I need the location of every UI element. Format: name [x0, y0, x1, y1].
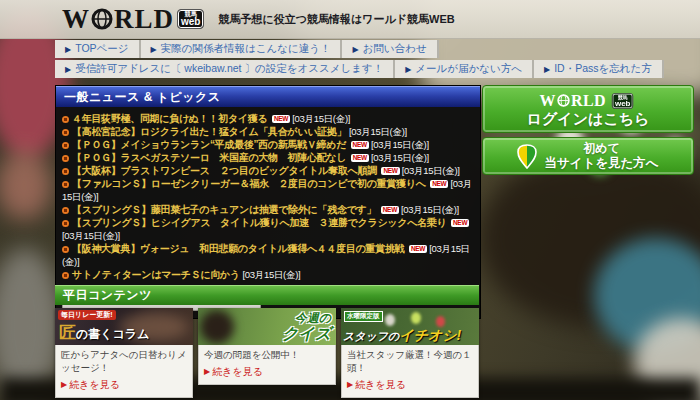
arrow-icon: ▶: [204, 367, 210, 376]
quiz-banner-title: 今週の クイズ: [282, 309, 331, 343]
logo-text-w: W: [62, 6, 90, 33]
news-item: サトノティターンはマーチＳに向かう [03月15日(金)]: [62, 268, 473, 281]
news-link[interactable]: 【大阪杯】ブラストワンピース ２つ目のビッグタイトル奪取へ順調: [72, 165, 377, 176]
card-description: 当社スタッフ厳選！今週の１頭！: [347, 349, 473, 375]
news-link[interactable]: 【スプリングＳ】ヒシイグアス タイトル獲りへ加速 ３連勝でクラシックへ名乗り: [72, 217, 446, 228]
arrow-icon: ▶: [151, 45, 157, 54]
logo-text-rld: RLD: [571, 93, 606, 109]
bullet-icon: [62, 116, 69, 123]
news-date: [03月15日(金)]: [402, 165, 460, 176]
bullet-icon: [62, 155, 69, 162]
bullet-icon: [62, 207, 69, 214]
nav-label: 受信許可アドレスに〔 wkeibaw.net 〕の設定をオススメします！: [75, 62, 383, 76]
read-more-label: 続きを見る: [355, 378, 406, 392]
nav-item-forgot-idpass[interactable]: ▶ ID・Passを忘れた方: [534, 60, 664, 78]
bullet-icon: [62, 246, 69, 253]
logo-text-w: W: [539, 93, 556, 109]
globe-icon: [91, 8, 113, 30]
takumi-column-banner-image[interactable]: 毎日リレー更新! 匠の書くコラム: [55, 308, 193, 345]
nav-label: ID・Passを忘れた方: [554, 62, 652, 76]
news-date: [03月15日(金)]: [349, 126, 407, 137]
nav-label: TOPページ: [75, 42, 128, 56]
news-date: [03月15日(金)]: [401, 204, 459, 215]
beginner-mark-icon: [517, 144, 537, 169]
card-description: 今週の問題を公開中！: [204, 349, 330, 362]
new-icon: NEW: [451, 219, 469, 227]
news-link[interactable]: 【スプリングＳ】藤田菜七子のキュアンは抽選で除外に「残念です」: [72, 204, 376, 215]
weekday-cards: 毎日リレー更新! 匠の書くコラム 匠からアナタへの日替わりメッセージ！ ▶ 続き…: [55, 308, 479, 398]
banner-photo-jockey: [411, 312, 421, 324]
card-takumi-column[interactable]: 毎日リレー更新! 匠の書くコラム 匠からアナタへの日替わりメッセージ！ ▶ 続き…: [55, 308, 193, 398]
arrow-icon: ▶: [352, 45, 358, 54]
nav-item-contact[interactable]: ▶ お問い合わせ: [342, 40, 438, 58]
news-item: 【阪神大賞典】ヴォージュ 和田悲願のタイトル獲得へ４４度目の重賞挑戦 NEW[0…: [62, 242, 473, 268]
banner-photo-horse: [200, 310, 234, 344]
news-link[interactable]: 【ファルコンＳ】ローゼンクリーガー＆福永 ２度目のコンビで初の重賞獲りへ: [72, 178, 426, 189]
new-icon: NEW: [381, 206, 399, 214]
read-more-label: 続きを見る: [69, 378, 120, 392]
beginner-guide-button[interactable]: 初めて 当サイトを見た方へ: [482, 137, 694, 175]
news-item: 【ＰＯＧ】メイショウランラン“平成最後”西の新馬戦Ｖ締めだ NEW[03月15日…: [62, 138, 473, 151]
news-date: [03月15日(金)]: [62, 230, 120, 241]
nav-primary: ▶ TOPページ ▶ 実際の関係者情報はこんなに違う！ ▶ お問い合わせ: [55, 40, 439, 58]
bullet-icon: [62, 129, 69, 136]
news-item: 【大阪杯】ブラストワンピース ２つ目のビッグタイトル奪取へ順調 NEW[03月1…: [62, 164, 473, 177]
card-description: 匠からアナタへの日替わりメッセージ！: [61, 349, 187, 375]
quiz-banner-image[interactable]: 今週の クイズ: [198, 308, 336, 345]
news-link[interactable]: 【高松宮記念】ロジクライ出た！猛タイム「具合がいい証拠」: [72, 126, 346, 137]
nav-item-top-page[interactable]: ▶ TOPページ: [55, 40, 141, 58]
read-more-link[interactable]: ▶ 続きを見る: [347, 378, 473, 392]
news-link[interactable]: 【阪神大賞典】ヴォージュ 和田悲願のタイトル獲得へ４４度目の重賞挑戦: [72, 243, 404, 254]
news-item: 【スプリングＳ】藤田菜七子のキュアンは抽選で除外に「残念です」 NEW[03月1…: [62, 203, 473, 216]
news-item: 【ファルコンＳ】ローゼンクリーガー＆福永 ２度目のコンビで初の重賞獲りへ NEW…: [62, 177, 473, 203]
news-item: 【スプリングＳ】ヒシイグアス タイトル獲りへ加速 ３連勝でクラシックへ名乗り N…: [62, 216, 473, 242]
news-item: 【ＰＯＧ】ラスベガステソーロ 米国産の大物 初陣心配なし NEW[03月15日(…: [62, 151, 473, 164]
read-more-link[interactable]: ▶ 続きを見る: [204, 365, 330, 379]
weekday-section-title: 平日コンテンツ: [63, 287, 152, 304]
new-icon: NEW: [351, 154, 369, 162]
news-list: ４年目荻野極、同期に負けぬ！！初タイ獲る NEW[03月15日(金)] 【高松宮…: [56, 107, 480, 284]
staff-pick-banner-title: スタッフのイチオシ!: [343, 326, 461, 345]
staff-pick-banner-image[interactable]: 水曜限定版 スタッフのイチオシ!: [341, 308, 479, 345]
new-icon: NEW: [272, 115, 290, 123]
logo-text-rld: RLD: [114, 6, 174, 33]
globe-icon: [557, 94, 570, 107]
nav-label: メールが届かない方へ: [415, 62, 522, 76]
news-date: [03月15日(金)]: [292, 113, 350, 124]
nav-item-allow-address[interactable]: ▶ 受信許可アドレスに〔 wkeibaw.net 〕の設定をオススメします！: [55, 60, 395, 78]
news-date: [03月15日(金)]: [371, 139, 429, 150]
card-weekly-quiz[interactable]: 今週の クイズ 今週の問題を公開中！ ▶ 続きを見る: [198, 308, 336, 385]
news-panel-header: 一般ニュース & トピックス: [56, 86, 480, 107]
read-more-link[interactable]: ▶ 続きを見る: [61, 378, 187, 392]
wednesday-only-badge: 水曜限定版: [344, 311, 383, 322]
site-logo[interactable]: W RLD 競馬 web: [62, 6, 204, 33]
new-icon: NEW: [381, 167, 399, 175]
card-staff-pick[interactable]: 水曜限定版 スタッフのイチオシ! 当社スタッフ厳選！今週の１頭！ ▶ 続きを見る: [341, 308, 479, 398]
card-body: 匠からアナタへの日替わりメッセージ！ ▶ 続きを見る: [55, 345, 193, 398]
nav-item-insider-info[interactable]: ▶ 実際の関係者情報はこんなに違う！: [141, 40, 343, 58]
login-logo: W RLD 競馬 web: [539, 91, 636, 111]
nav-label: お問い合わせ: [363, 42, 427, 56]
site-header: W RLD 競馬 web 競馬予想に役立つ競馬情報はワールド競馬WEB: [0, 0, 700, 39]
news-item: ４年目荻野極、同期に負けぬ！！初タイ獲る NEW[03月15日(金)]: [62, 112, 473, 125]
arrow-icon: ▶: [65, 65, 71, 74]
keiba-web-badge: 競馬 web: [612, 93, 634, 109]
news-panel: 一般ニュース & トピックス ４年目荻野極、同期に負けぬ！！初タイ獲る NEW[…: [55, 85, 481, 319]
nav-label: 実際の関係者情報はこんなに違う！: [161, 42, 331, 56]
news-date: [03月15日(金)]: [371, 152, 429, 163]
nav-item-mail-trouble[interactable]: ▶ メールが届かない方へ: [395, 60, 534, 78]
weekday-section-header: 平日コンテンツ: [55, 285, 479, 305]
card-body: 今週の問題を公開中！ ▶ 続きを見る: [198, 345, 336, 385]
news-link[interactable]: 【ＰＯＧ】ラスベガステソーロ 米国産の大物 初陣心配なし: [72, 152, 346, 163]
new-icon: NEW: [351, 141, 369, 149]
news-link[interactable]: ４年目荻野極、同期に負けぬ！！初タイ獲る: [72, 113, 267, 124]
arrow-icon: ▶: [544, 65, 550, 74]
nav-secondary: ▶ 受信許可アドレスに〔 wkeibaw.net 〕の設定をオススメします！ ▶…: [55, 60, 664, 78]
bullet-icon: [62, 168, 69, 175]
banner-photo-jockey: [385, 314, 395, 326]
news-link[interactable]: 【ＰＯＧ】メイショウランラン“平成最後”西の新馬戦Ｖ締めだ: [72, 139, 346, 150]
card-body: 当社スタッフ厳選！今週の１頭！ ▶ 続きを見る: [341, 345, 479, 398]
news-link[interactable]: サトノティターンはマーチＳに向かう: [72, 269, 240, 280]
login-button[interactable]: W RLD 競馬 web ログインはこちら: [482, 85, 694, 133]
arrow-icon: ▶: [65, 45, 71, 54]
